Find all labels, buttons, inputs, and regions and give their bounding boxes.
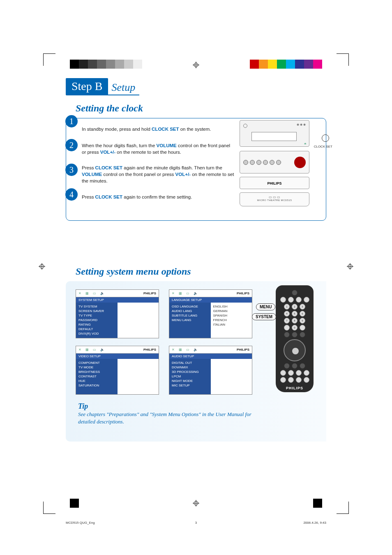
speaker-icon: 🔈	[100, 348, 104, 352]
step-header: Step B Setup	[66, 78, 326, 95]
osd-title: VIDEO SETUP	[76, 354, 159, 359]
footer-right: 2006.4.26, 9:43	[303, 521, 326, 525]
tv-icon: ▭	[186, 348, 189, 352]
registration-mark-icon	[193, 500, 199, 506]
clock-instructions-box: 1 In standby mode, press and hold CLOCK …	[66, 118, 326, 221]
black-swatch	[313, 499, 322, 508]
dpad-icon	[284, 339, 306, 361]
step-badge: Step B	[66, 78, 108, 95]
remote-brand: PHILIPS	[278, 386, 311, 390]
osd-brand: PHILIPS	[237, 291, 249, 295]
tv-icon: ▭	[93, 348, 96, 352]
lcd-display	[251, 132, 297, 141]
osd-left-list: OSD LANGUAGE AUDIO LANG SUBTITLE LANG ME…	[169, 303, 211, 338]
wrench-icon: ✕	[78, 348, 81, 352]
registration-mark-icon	[193, 62, 199, 68]
step-subtitle: Setup	[107, 81, 139, 95]
osd-title: LANGUAGE SETUP	[169, 297, 252, 303]
crop-mark	[43, 53, 55, 66]
callout-menu: MENU	[256, 303, 275, 310]
clock-set-label: CLOCK SET	[314, 145, 332, 148]
step-4-text: Press CLOCK SET again to confirm the tim…	[82, 194, 235, 200]
osd-title: SYSTEM SETUP	[76, 297, 159, 303]
step-number-1: 1	[65, 115, 78, 127]
black-swatch	[70, 499, 79, 508]
speaker-icon: 🔈	[100, 291, 104, 295]
gray-calibration-bar	[70, 60, 142, 69]
volume-knob-icon	[294, 157, 306, 168]
crop-mark	[43, 502, 55, 514]
osd-title: AUDIO SETUP	[169, 354, 252, 359]
wrench-icon: ✕	[172, 348, 175, 352]
osd-left-list: DIGITAL OUT DOWNMIX 3D PROCESSING LPCM N…	[169, 359, 211, 394]
section-title-menu: Setting system menu options	[76, 266, 326, 277]
tv-icon: ▭	[93, 291, 96, 295]
callout-system: SYSTEM	[252, 313, 276, 320]
remote-illustration: 123 456 789 0 PHILIPS MENU SYSTEM	[260, 285, 330, 392]
color-calibration-bar	[250, 60, 322, 69]
clock-set-button-indicator	[322, 134, 329, 142]
brand-panel: PHILIPS	[240, 177, 309, 189]
speaker-icon: 🔈	[194, 291, 198, 295]
step-number-3: 3	[65, 164, 78, 176]
tip-block: Tip See chapters "Preparations" and "Sys…	[78, 402, 252, 426]
wrench-icon: ✕	[172, 291, 175, 295]
page-footer: MCD515 QUG_Eng 3 2006.4.26, 9:43	[66, 521, 326, 525]
control-panel	[240, 151, 309, 173]
display-panel: ◉ ◉ ◉ ⏏	[240, 120, 309, 147]
power-icon	[243, 124, 247, 128]
step-2-text: When the hour digits flash, turn the VOL…	[82, 142, 235, 155]
osd-audio-setup: ✕ ▦ ▭ 🔈 PHILIPS AUDIO SETUP DIGITAL OUT …	[169, 346, 252, 395]
step-1-text: In standby mode, press and hold CLOCK SE…	[82, 124, 235, 132]
registration-mark-icon	[39, 263, 45, 270]
grid-icon: ▦	[179, 348, 182, 352]
footer-left: MCD515 QUG_Eng	[66, 521, 95, 525]
tv-icon: ▭	[186, 291, 189, 295]
grid-icon: ▦	[85, 291, 89, 295]
speaker-panel: ▭ ▭ ▭ MICRO THEATRE MCD515	[240, 192, 309, 206]
osd-brand: PHILIPS	[143, 291, 156, 295]
tip-title: Tip	[78, 402, 252, 411]
crop-mark	[337, 53, 349, 66]
osd-brand: PHILIPS	[143, 348, 156, 352]
grid-icon: ▦	[179, 291, 182, 295]
osd-language-setup: ✕ ▦ ▭ 🔈 PHILIPS LANGUAGE SETUP OSD LANGU…	[169, 289, 252, 338]
power-icon	[292, 290, 297, 296]
section-title-clock: Setting the clock	[76, 103, 326, 114]
step-number-2: 2	[65, 139, 78, 151]
step-number-4: 4	[65, 188, 78, 201]
grid-icon: ▦	[85, 348, 89, 352]
tip-text: See chapters "Preparations" and "System …	[78, 411, 252, 426]
osd-brand: PHILIPS	[237, 348, 249, 352]
top-indicators: ◉ ◉ ◉	[297, 123, 306, 126]
step-3-text: Press CLOCK SET again and the minute dig…	[82, 164, 235, 184]
osd-system-setup: ✕ ▦ ▭ 🔈 PHILIPS SYSTEM SETUP TV SYSTEM S…	[76, 289, 159, 338]
footer-page-number: 3	[195, 521, 197, 525]
osd-video-setup: ✕ ▦ ▭ 🔈 PHILIPS VIDEO SETUP COMPONENT TV…	[76, 346, 159, 395]
wrench-icon: ✕	[78, 291, 81, 295]
crop-mark	[337, 502, 349, 514]
osd-right-list: ENGLISH GERMAN SPANISH FRENCH ITALIAN	[211, 303, 252, 338]
open-close-icon: ⏏	[304, 142, 307, 145]
osd-left-list: TV SYSTEM SCREEN SAVER TV TYPE PASSWORD …	[76, 303, 118, 338]
device-illustration: ◉ ◉ ◉ ⏏ CLOCK SET PHILIPS ▭ ▭ ▭ MICRO TH…	[240, 120, 322, 206]
menu-options-panel: ✕ ▦ ▭ 🔈 PHILIPS SYSTEM SETUP TV SYSTEM S…	[66, 281, 326, 442]
speaker-icon: 🔈	[194, 348, 198, 352]
osd-left-list: COMPONENT TV MODE BRIGHTNESS CONTRAST HU…	[76, 359, 118, 394]
registration-mark-icon	[347, 263, 353, 270]
